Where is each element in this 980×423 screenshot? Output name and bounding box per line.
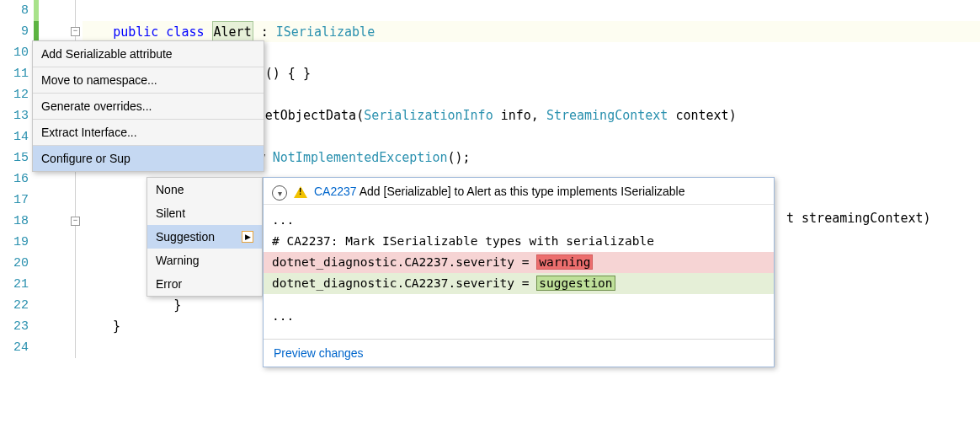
preview-changes-link[interactable]: Preview changes [264, 339, 774, 367]
diff-deleted-word: warning [536, 254, 593, 270]
quick-actions-menu: Add Serializable attribute Move to names… [32, 40, 264, 172]
submenu-item-error[interactable]: Error [147, 272, 262, 296]
fold-toggle-icon[interactable]: − [71, 27, 80, 36]
menu-item-move-namespace[interactable]: Move to namespace... [33, 67, 264, 93]
fix-preview-panel: ▾ CA2237 Add [Serializable] to Alert as … [263, 177, 775, 367]
menu-item-configure-suppress[interactable]: Configure or Sup [33, 146, 264, 171]
submenu-item-silent[interactable]: Silent [147, 201, 262, 225]
warning-icon [294, 186, 307, 198]
menu-item-add-serializable[interactable]: Add Serializable attribute [33, 41, 264, 67]
menu-item-generate-overrides[interactable]: Generate overrides... [33, 94, 264, 119]
rule-link[interactable]: CA2237 [314, 185, 357, 198]
fold-toggle-icon[interactable]: − [71, 217, 80, 226]
submenu-item-suggestion[interactable]: Suggestion ▶ [147, 225, 262, 249]
preview-title-text: Add [Serializable] to Alert as this type… [360, 185, 685, 198]
severity-submenu: None Silent Suggestion ▶ Warning Error [146, 177, 263, 297]
submenu-item-warning[interactable]: Warning [147, 249, 262, 272]
preview-header: ▾ CA2237 Add [Serializable] to Alert as … [264, 178, 774, 205]
code-fragment-line18: t streamingContext) [786, 211, 931, 226]
line-number-gutter: 8 9 10 11 12 13 14 15 16 17 18 19 20 21 … [0, 0, 34, 358]
chevron-right-icon: ▶ [242, 231, 253, 243]
submenu-item-none[interactable]: None [147, 178, 262, 201]
chevron-down-circle-icon[interactable]: ▾ [272, 185, 287, 201]
preview-diff-body: ... # CA2237: Mark ISerializable types w… [264, 205, 774, 339]
code-line-9[interactable]: public class Alert : ISerializable [83, 21, 980, 42]
diff-added-line: dotnet_diagnostic.CA2237.severity = sugg… [264, 273, 774, 294]
menu-item-extract-interface[interactable]: Extract Interface... [33, 120, 264, 145]
diff-added-word: suggestion [536, 276, 615, 291]
diff-deleted-line: dotnet_diagnostic.CA2237.severity = warn… [264, 252, 774, 273]
